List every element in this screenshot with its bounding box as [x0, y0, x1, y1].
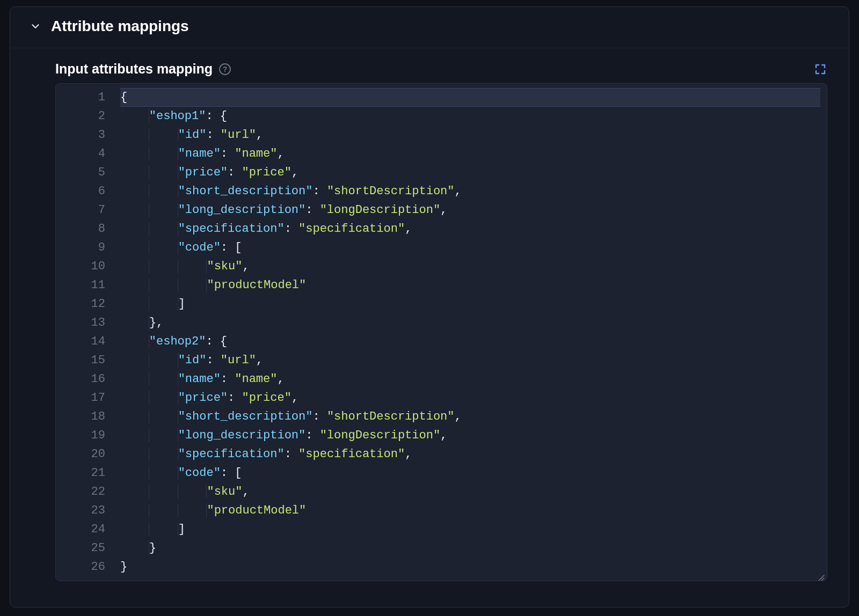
token-str: "name": [235, 147, 277, 160]
token-punc: :: [228, 391, 242, 405]
token-key: "eshop2": [149, 335, 206, 348]
token-punc: ,: [440, 429, 447, 442]
line-number: 2: [56, 107, 105, 126]
token-str: "sku": [207, 485, 242, 498]
code-line[interactable]: "code": [: [120, 238, 820, 257]
token-punc: :: [221, 147, 235, 160]
token-pad: [122, 278, 207, 292]
code-line[interactable]: "id": "url",: [120, 351, 820, 370]
code-line[interactable]: "id": "url",: [120, 126, 820, 144]
code-line[interactable]: {: [120, 88, 820, 107]
code-line[interactable]: "specification": "specification",: [120, 219, 820, 238]
line-number: 6: [56, 182, 105, 201]
code-line[interactable]: }: [120, 539, 820, 558]
code-line[interactable]: "productModel": [120, 501, 820, 520]
token-punc: :: [221, 372, 235, 386]
token-punc: ,: [242, 485, 249, 498]
token-key: "long_description": [178, 203, 306, 217]
token-brace: [: [235, 241, 242, 254]
code-line[interactable]: "long_description": "longDescription",: [120, 426, 820, 445]
line-number: 16: [56, 370, 105, 388]
code-line[interactable]: "eshop2": {: [120, 332, 820, 351]
token-punc: :: [305, 429, 319, 442]
token-str: "productModel": [207, 278, 306, 292]
token-key: "eshop1": [149, 109, 206, 123]
token-punc: :: [206, 109, 220, 123]
token-pad: [122, 504, 207, 517]
token-key: "code": [178, 241, 221, 254]
token-punc: :: [305, 203, 319, 217]
code-line[interactable]: "code": [: [120, 464, 820, 482]
token-key: "specification": [178, 222, 285, 236]
token-str: "name": [235, 372, 277, 386]
code-line[interactable]: "name": "name",: [120, 370, 820, 388]
line-number: 18: [56, 407, 105, 426]
code-line[interactable]: }: [120, 558, 820, 576]
token-brace: ]: [178, 523, 185, 536]
attribute-mappings-panel: Attribute mappings Input attributes mapp…: [10, 6, 849, 607]
token-brace: {: [220, 335, 227, 348]
token-pad: [122, 485, 207, 498]
line-number: 4: [56, 144, 105, 163]
code-line[interactable]: ]: [120, 520, 820, 539]
line-number: 3: [56, 126, 105, 144]
token-punc: ,: [405, 448, 412, 461]
token-pad: [121, 429, 178, 442]
code-line[interactable]: "long_description": "longDescription",: [120, 201, 820, 219]
chevron-down-icon[interactable]: [28, 19, 42, 33]
editor-code[interactable]: { "eshop1": { "id": "url", "name": "name…: [115, 84, 827, 581]
token-key: "name": [178, 147, 221, 160]
token-pad: [121, 448, 178, 461]
help-icon[interactable]: ?: [219, 63, 231, 75]
token-punc: ,: [455, 410, 462, 423]
svg-line-2: [823, 581, 824, 581]
expand-icon[interactable]: [813, 62, 827, 76]
code-line[interactable]: "short_description": "shortDescription",: [120, 182, 820, 201]
line-number: 24: [56, 520, 105, 539]
token-str: "price": [242, 391, 291, 405]
token-key: "name": [178, 372, 221, 386]
line-number: 15: [56, 351, 105, 370]
code-line[interactable]: "name": "name",: [120, 144, 820, 163]
token-key: "short_description": [178, 185, 313, 198]
token-punc: :: [285, 448, 299, 461]
token-punc: :: [285, 222, 299, 236]
token-str: "shortDescription": [327, 410, 455, 423]
token-key: "short_description": [178, 410, 313, 423]
code-line[interactable]: "price": "price",: [120, 163, 820, 182]
json-editor[interactable]: 1234567891011121314151617181920212223242…: [55, 83, 827, 581]
token-punc: ,: [440, 203, 447, 217]
token-str: "price": [242, 166, 291, 179]
token-punc: ,: [256, 128, 263, 142]
code-line[interactable]: ]: [120, 295, 820, 313]
code-line[interactable]: "short_description": "shortDescription",: [120, 407, 820, 426]
token-key: "id": [178, 128, 207, 142]
resize-icon[interactable]: [816, 570, 825, 578]
code-line[interactable]: "specification": "specification",: [120, 445, 820, 464]
token-str: "longDescription": [320, 203, 440, 217]
token-key: "long_description": [178, 429, 306, 442]
section-header: Input attributes mapping ?: [55, 61, 827, 77]
line-number: 7: [56, 201, 105, 219]
code-line[interactable]: "eshop1": {: [120, 107, 820, 126]
token-punc: ,: [405, 222, 412, 236]
token-str: "sku": [207, 260, 242, 273]
token-pad: [121, 185, 178, 198]
token-brace: }: [120, 560, 127, 574]
line-number: 9: [56, 238, 105, 257]
panel-header[interactable]: Attribute mappings: [10, 7, 849, 48]
code-line[interactable]: "productModel": [120, 276, 820, 295]
code-line[interactable]: },: [120, 313, 820, 332]
section-title-wrap: Input attributes mapping ?: [55, 61, 231, 77]
token-pad: [121, 410, 178, 423]
code-line[interactable]: "sku",: [120, 482, 820, 501]
line-number: 1: [56, 88, 105, 107]
code-line[interactable]: "sku",: [120, 257, 820, 276]
line-number: 12: [56, 295, 105, 313]
token-punc: ,: [277, 372, 284, 386]
token-key: "id": [178, 354, 207, 367]
token-pad: [121, 391, 178, 405]
code-line[interactable]: "price": "price",: [120, 388, 820, 407]
token-punc: ,: [156, 316, 163, 329]
token-pad: [121, 147, 178, 160]
